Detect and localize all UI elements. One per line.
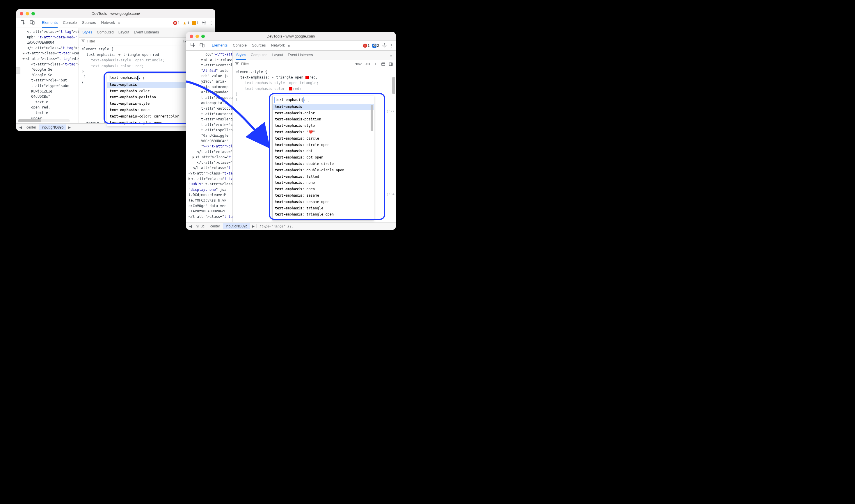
autocomplete-option[interactable]: text-emphasis: circle (272, 136, 374, 142)
crumb-center[interactable]: center (23, 125, 39, 130)
autocomplete-option[interactable]: text-emphasis: none (107, 107, 198, 113)
dom-search-handle[interactable]: ⋯ (16, 68, 20, 74)
warning-badge[interactable]: ▲1 (183, 21, 190, 25)
horizontal-scrollbar[interactable] (18, 119, 70, 122)
tab-sources[interactable]: Sources (252, 41, 266, 50)
dom-node[interactable]: t-attr">haspopup="fa (189, 95, 232, 101)
kebab-menu-icon[interactable]: ⋮ (210, 21, 213, 25)
dom-node[interactable]: <t-attr">class="t-tag">textarea cla (189, 57, 232, 63)
autocomplete-option[interactable]: text-emphasis: dot open (272, 155, 374, 161)
kebab-menu-icon[interactable]: ⋮ (390, 43, 393, 48)
minimize-icon[interactable] (196, 35, 199, 38)
dom-node[interactable]: open red; (19, 105, 78, 110)
crumb-center[interactable]: center (208, 223, 223, 229)
filter-input[interactable] (241, 62, 352, 66)
dom-node[interactable]: t-attr">autocorrect=" (189, 111, 232, 117)
autocomplete-option[interactable]: text-emphasis (272, 104, 374, 110)
computed-styles-icon[interactable] (380, 61, 386, 67)
dom-node[interactable]: KEwjS1ZLIg (19, 89, 78, 94)
crumb-input[interactable]: input.gNO89b (223, 223, 250, 229)
dom-node[interactable]: <t-attr">class="t-tag">input cla (19, 62, 78, 67)
autocomplete-option[interactable]: text-emphasis (107, 82, 198, 88)
css-declaration[interactable]: text-emphasis: ▾ triangle open red; (236, 75, 396, 80)
autocomplete-option[interactable]: text-emphasis-color: currentcolor (272, 218, 374, 220)
dom-node[interactable]: "Alh6id" auto (189, 68, 232, 74)
dom-node[interactable]: aria-expanded (189, 90, 232, 95)
autocomplete-option[interactable]: text-emphasis: sesame open (272, 199, 374, 205)
dom-node[interactable]: CIAxUzV0EAHU0V0GcC (189, 209, 232, 214)
subtab-listeners[interactable]: Event Listeners (288, 51, 313, 60)
dom-node[interactable]: t-attr">autocomplete= (189, 106, 232, 111)
autocomplete-option[interactable]: text-emphasis-position (107, 94, 198, 101)
autocomplete-option[interactable]: text-emphasis-position (272, 116, 374, 123)
dom-node[interactable]: </t-attr">class="t-tag">div> (189, 165, 232, 171)
subtab-layout[interactable]: Layout (272, 51, 283, 60)
hov-toggle[interactable]: :hov (355, 62, 362, 66)
dom-node[interactable]: IAxUqWUEAHQU4 (19, 40, 78, 46)
settings-icon[interactable] (382, 43, 387, 49)
dom-node[interactable]: 8pb" "t-attr">data-ved=" (19, 35, 78, 40)
dom-node[interactable]: </t-attr">class="t-tag">div> (19, 46, 78, 51)
autocomplete-option[interactable]: text-emphasis-color (107, 88, 198, 94)
dom-node[interactable]: t-attr">spellcheck=" (189, 127, 232, 133)
dom-node[interactable]: t-attr">controls="Al (189, 62, 232, 68)
inspect-icon[interactable] (190, 42, 196, 49)
toggle-sidebar-icon[interactable] (388, 61, 393, 67)
dom-tree-pane[interactable]: <t-attr">class="t-tag">div t-attr">jsnam… (16, 28, 79, 123)
more-tabs-icon[interactable]: » (288, 43, 290, 48)
dom-node[interactable]: t-attr">role="combob (189, 122, 232, 128)
tab-elements[interactable]: Elements (212, 41, 228, 50)
autocomplete-option[interactable]: text-emphasis: sesame (272, 193, 374, 199)
subtab-styles[interactable]: Styles (82, 28, 92, 37)
autocomplete-option[interactable]: text-emphasis: filled (272, 174, 374, 180)
dom-node[interactable]: rch" value js (189, 73, 232, 79)
dom-node[interactable]: text-e (19, 100, 78, 105)
dom-node[interactable]: </t-attr">class="t-tag">div> (189, 149, 232, 155)
dom-node[interactable]: V0GcQ39UDCAc" (189, 139, 232, 144)
tab-console[interactable]: Console (63, 18, 77, 28)
dom-node[interactable]: e:CmVOgc" data-vec (189, 203, 232, 209)
dom-node[interactable]: text-e (19, 110, 78, 116)
dom-node[interactable]: </t-attr">class="t-tag">div> (189, 214, 232, 220)
close-icon[interactable] (190, 35, 193, 38)
crumb-1[interactable]: 9FBc (194, 223, 208, 229)
error-badge[interactable]: ✕1 (173, 21, 180, 25)
vertical-scrollbar[interactable] (371, 105, 373, 131)
autocomplete-option[interactable]: text-emphasis-style (272, 123, 374, 129)
more-subtabs-icon[interactable]: » (390, 53, 392, 58)
info-badge[interactable]: 💬2 (372, 43, 379, 48)
dom-node[interactable]: t-attr">type="subm (19, 83, 78, 89)
filter-input[interactable] (87, 39, 179, 43)
tab-network[interactable]: Network (101, 18, 115, 28)
crumb-input[interactable]: input.gNO89b (39, 125, 66, 130)
subtab-computed[interactable]: Computed (97, 28, 114, 37)
subtab-layout[interactable]: Layout (119, 28, 129, 37)
dom-node[interactable]: aria-autocomp (189, 84, 232, 90)
subtab-listeners[interactable]: Event Listeners (134, 28, 159, 37)
autocomplete-option[interactable]: text-emphasis-style (107, 101, 198, 107)
close-icon[interactable] (20, 12, 23, 15)
autocomplete-option[interactable]: text-emphasis: double-circle (272, 161, 374, 167)
crumb-scroll-left-icon[interactable]: ◀ (17, 125, 23, 129)
dom-node[interactable]: "UUbT9" t-attr">class="UUb (189, 181, 232, 187)
tab-network[interactable]: Network (271, 41, 285, 50)
maximize-icon[interactable] (31, 12, 35, 15)
settings-icon[interactable] (201, 20, 207, 26)
crumb-scroll-right-icon[interactable]: ▶ (250, 224, 256, 228)
autocomplete-option[interactable]: text-emphasis-style: none (107, 120, 198, 126)
autocomplete-option[interactable]: text-emphasis: double-circle open (272, 167, 374, 174)
dom-node[interactable]: le;YMFC3:VKssTb;vk (189, 198, 232, 203)
dom-node[interactable]: Q4dUDCBs" (19, 94, 78, 100)
dom-node[interactable]: <t-attr">class="t-tag">div t-attr">jscon… (189, 176, 232, 182)
inspect-icon[interactable] (20, 20, 25, 26)
dom-node[interactable]: <t-attr">class="t-tag">div t-attr">class… (19, 56, 78, 62)
tab-console[interactable]: Console (233, 41, 247, 50)
dom-node[interactable]: <t-attr">class="t-tag">div t-attr">jsnam… (19, 29, 78, 35)
autocomplete-option[interactable]: text-emphasis: circle open (272, 142, 374, 148)
dom-node[interactable]: </t-attr">class="t-tag">div> flex (189, 160, 232, 165)
subtab-styles[interactable]: Styles (236, 51, 246, 60)
dom-node[interactable]: <t-attr">class="t-tag">div t-attr">class… (189, 155, 232, 160)
dom-node[interactable]: y29d;" aria- (189, 79, 232, 84)
autocomplete-popup-after[interactable]: text-emphasis: ; text-emphasistext-empha… (272, 96, 374, 220)
autocomplete-option[interactable]: text-emphasis: none (272, 180, 374, 186)
